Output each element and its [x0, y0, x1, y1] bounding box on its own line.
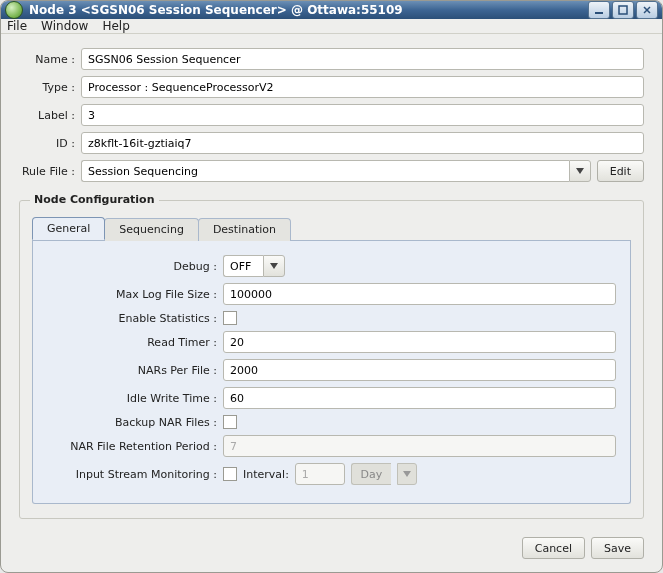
window-title: Node 3 <SGSN06 Session Sequencer> @ Otta…	[29, 3, 588, 17]
debug-dropdown-button[interactable]	[263, 255, 285, 277]
nars-field[interactable]	[223, 359, 616, 381]
fieldset-legend: Node Configuration	[30, 193, 159, 206]
monitor-label: Input Stream Monitoring :	[47, 468, 217, 481]
retention-label: NAR File Retention Period :	[47, 440, 217, 453]
retention-field	[223, 435, 616, 457]
maximize-button[interactable]	[612, 1, 634, 19]
rulefile-dropdown-button[interactable]	[569, 160, 591, 182]
readtimer-label: Read Timer :	[47, 336, 217, 349]
idle-field[interactable]	[223, 387, 616, 409]
menu-file[interactable]: File	[7, 19, 27, 33]
svg-marker-5	[270, 263, 278, 269]
top-form: Name : Type : Label : ID : Rule File :	[19, 48, 644, 182]
name-field[interactable]	[81, 48, 644, 70]
svg-marker-6	[403, 471, 411, 477]
rulefile-label: Rule File :	[19, 165, 75, 178]
svg-rect-0	[595, 12, 603, 14]
readtimer-field[interactable]	[223, 331, 616, 353]
chevron-down-icon	[403, 471, 411, 477]
node-configuration-group: Node Configuration General Sequencing De…	[19, 200, 644, 519]
debug-label: Debug :	[47, 260, 217, 273]
client-area: Name : Type : Label : ID : Rule File :	[1, 34, 662, 529]
tab-panel-general: Debug : Max Log File Size : Enable Stati…	[32, 241, 631, 504]
close-button[interactable]	[636, 1, 658, 19]
footer-buttons: Cancel Save	[1, 529, 662, 573]
backup-label: Backup NAR Files :	[47, 416, 217, 429]
name-label: Name :	[19, 53, 75, 66]
tab-bar: General Sequencing Destination	[32, 217, 631, 241]
app-window: Node 3 <SGSN06 Session Sequencer> @ Otta…	[0, 0, 663, 573]
stats-checkbox[interactable]	[223, 311, 237, 325]
interval-field	[295, 463, 345, 485]
save-button[interactable]: Save	[591, 537, 644, 559]
debug-combo[interactable]	[223, 255, 263, 277]
menu-bar: File Window Help	[1, 19, 662, 34]
rulefile-combo[interactable]	[81, 160, 569, 182]
interval-unit-combo: Day	[351, 463, 391, 485]
maxlog-label: Max Log File Size :	[47, 288, 217, 301]
maximize-icon	[618, 5, 628, 15]
svg-rect-1	[619, 6, 627, 14]
svg-marker-4	[576, 168, 584, 174]
app-icon	[5, 1, 23, 19]
minimize-button[interactable]	[588, 1, 610, 19]
backup-checkbox[interactable]	[223, 415, 237, 429]
stats-label: Enable Statistics :	[47, 312, 217, 325]
tab-destination[interactable]: Destination	[198, 218, 291, 241]
interval-unit-dropdown-button	[397, 463, 417, 485]
monitor-checkbox[interactable]	[223, 467, 237, 481]
cancel-button[interactable]: Cancel	[522, 537, 585, 559]
tab-general[interactable]: General	[32, 217, 105, 240]
tab-sequencing[interactable]: Sequencing	[104, 218, 199, 241]
idle-label: Idle Write Time :	[47, 392, 217, 405]
interval-label: Interval:	[243, 468, 289, 481]
maxlog-field[interactable]	[223, 283, 616, 305]
chevron-down-icon	[576, 168, 584, 174]
menu-help[interactable]: Help	[102, 19, 129, 33]
title-bar[interactable]: Node 3 <SGSN06 Session Sequencer> @ Otta…	[1, 1, 662, 19]
edit-button[interactable]: Edit	[597, 160, 644, 182]
close-icon	[642, 5, 652, 15]
nars-label: NARs Per File :	[47, 364, 217, 377]
menu-window[interactable]: Window	[41, 19, 88, 33]
minimize-icon	[594, 5, 604, 15]
chevron-down-icon	[270, 263, 278, 269]
label-field[interactable]	[81, 104, 644, 126]
id-label: ID :	[19, 137, 75, 150]
type-label: Type :	[19, 81, 75, 94]
label-label: Label :	[19, 109, 75, 122]
type-field[interactable]	[81, 76, 644, 98]
id-field[interactable]	[81, 132, 644, 154]
